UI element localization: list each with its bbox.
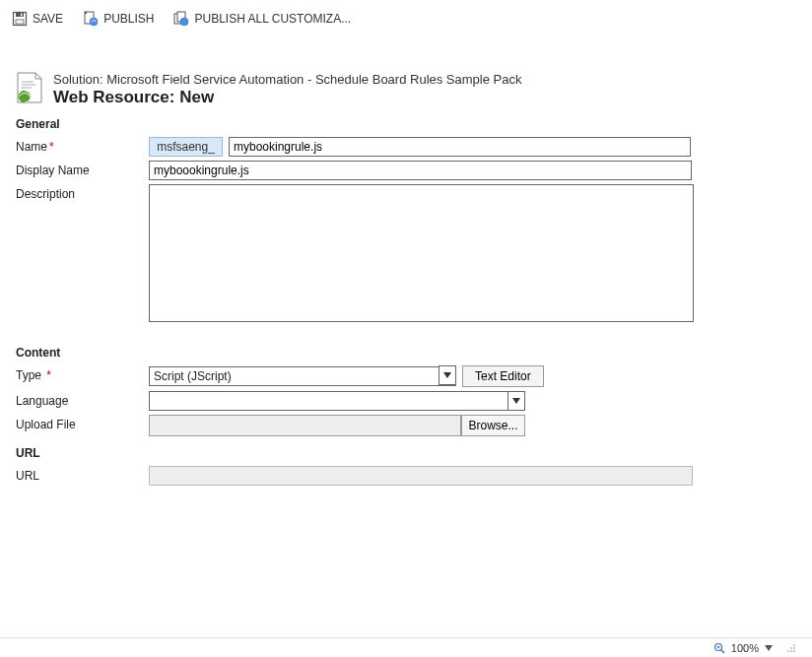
svg-rect-2 [21,14,23,17]
row-url: URL [16,466,796,486]
magnifier-icon [713,642,725,654]
chevron-down-icon [439,365,456,385]
section-content: Content [16,346,796,360]
svg-point-21 [790,650,792,652]
toolbar: SAVE PUBLISH PUBLISH ALL CUSTOMIZA... [0,0,812,37]
upload-file-path [149,415,461,436]
name-input[interactable] [229,137,691,157]
section-general: General [16,117,796,131]
row-description: Description [16,184,796,322]
resize-grip-icon[interactable] [786,643,796,653]
svg-point-20 [787,650,789,652]
zoom-level[interactable]: 100% [731,642,759,654]
save-button[interactable]: SAVE [10,7,65,31]
svg-rect-3 [16,20,24,24]
status-bar: 100% [0,637,812,657]
page-title: Web Resource: New [53,88,521,107]
type-value: Script (JScript) [154,369,232,383]
chevron-down-icon [508,391,525,411]
svg-point-22 [793,650,795,652]
row-type: Type * Script (JScript) Text Editor [16,365,796,387]
row-language: Language [16,391,796,411]
svg-line-14 [720,649,724,653]
url-field [149,466,693,486]
description-input[interactable] [149,184,694,322]
section-url: URL [16,446,796,460]
label-name: Name [16,140,47,154]
type-select[interactable]: Script (JScript) [149,365,456,387]
main-content: Solution: Microsoft Field Service Automa… [0,37,812,486]
publish-all-label: PUBLISH ALL CUSTOMIZA... [194,12,351,26]
publish-label: PUBLISH [103,12,154,26]
svg-point-5 [90,18,98,26]
label-type: Type [16,368,41,382]
save-label: SAVE [33,12,63,26]
publish-button[interactable]: PUBLISH [81,7,156,31]
row-upload-file: Upload File Browse... [16,415,796,436]
browse-button[interactable]: Browse... [461,415,525,436]
row-display-name: Display Name [16,161,796,180]
svg-point-19 [793,647,795,649]
language-select[interactable] [149,391,525,411]
required-marker: * [46,368,51,382]
name-prefix: msfsaeng_ [149,137,223,157]
label-description: Description [16,187,75,201]
save-icon [12,11,28,27]
label-language: Language [16,394,68,408]
zoom-dropdown-icon[interactable] [765,644,773,652]
svg-point-18 [790,647,792,649]
svg-rect-1 [16,13,24,17]
label-upload-file: Upload File [16,418,76,431]
row-name: Name* msfsaeng_ [16,137,796,157]
web-resource-icon [16,72,43,103]
label-url: URL [16,469,39,483]
solution-breadcrumb: Solution: Microsoft Field Service Automa… [53,72,521,87]
publish-all-icon [173,11,189,27]
page-header: Solution: Microsoft Field Service Automa… [16,72,796,107]
svg-point-8 [180,18,188,26]
text-editor-button[interactable]: Text Editor [462,365,544,387]
publish-icon [83,11,99,27]
label-display-name: Display Name [16,164,90,177]
display-name-input[interactable] [149,161,692,180]
publish-all-button[interactable]: PUBLISH ALL CUSTOMIZA... [171,7,353,31]
required-marker: * [49,140,54,154]
svg-point-17 [793,644,795,646]
